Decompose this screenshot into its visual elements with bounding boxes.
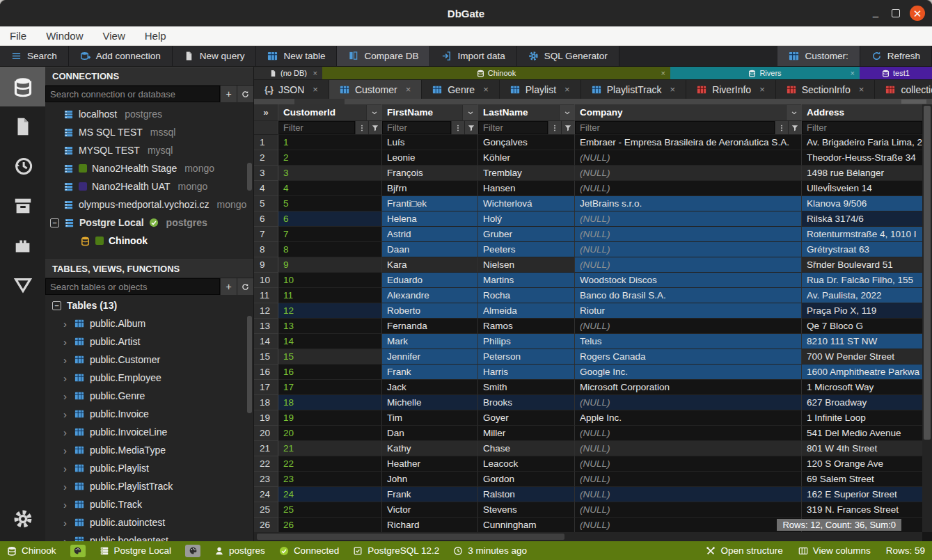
row-number[interactable]: 6	[254, 211, 278, 227]
filter-menu-button[interactable]	[355, 121, 368, 134]
connection-nano2health-stage[interactable]: Nano2Health Stagemongo	[45, 159, 253, 177]
cell-lastname[interactable]: Nielsen	[478, 257, 575, 273]
cell-customerid[interactable]: 26	[278, 518, 382, 532]
filter-menu-button[interactable]	[548, 121, 561, 134]
cell-lastname[interactable]: Holý	[478, 211, 575, 227]
chevron-right-icon[interactable]: ›	[63, 445, 69, 456]
close-tab-icon[interactable]: ×	[564, 84, 570, 95]
connection-localhost[interactable]: localhostpostgres	[45, 105, 253, 123]
cell-company[interactable]: (NULL)	[575, 257, 802, 273]
table-public-playlisttrack[interactable]: ›public.PlaylistTrack	[45, 477, 253, 495]
table-row[interactable]: 2424FrankRalston(NULL)162 E Superior Str…	[254, 487, 922, 502]
table-row[interactable]: 1515JenniferPetersonRogers Canada700 W P…	[254, 349, 922, 365]
status-postgres[interactable]: postgres	[214, 545, 265, 556]
table-public-customer[interactable]: ›public.Customer	[45, 351, 253, 369]
cell-customerid[interactable]: 1	[278, 135, 382, 150]
chevron-right-icon[interactable]: ›	[63, 318, 69, 330]
db-tab-chinook[interactable]: Chinook×	[322, 67, 670, 79]
cell-address[interactable]: 1 Infinite Loop	[802, 410, 922, 426]
row-number[interactable]: 15	[254, 349, 278, 365]
cell-firstname[interactable]: Michelle	[382, 395, 478, 410]
cell-firstname[interactable]: Astrid	[382, 227, 478, 242]
vertical-scrollbar-thumb[interactable]	[924, 106, 931, 440]
cell-firstname[interactable]: Eduardo	[382, 273, 478, 288]
cell-customerid[interactable]: 21	[278, 441, 382, 456]
cell-company[interactable]: Riotur	[575, 303, 802, 319]
db-tab-rivers[interactable]: Rivers×	[670, 67, 860, 79]
cell-address[interactable]: 319 N. Frances Street	[802, 502, 922, 518]
row-number[interactable]: 5	[254, 196, 278, 211]
cell-customerid[interactable]: 11	[278, 288, 382, 303]
toolbar-add-connection-button[interactable]: Add connection	[69, 46, 173, 66]
cell-lastname[interactable]: Miller	[478, 426, 575, 441]
cell-lastname[interactable]: Philips	[478, 334, 575, 349]
filter-menu-button[interactable]	[775, 121, 788, 134]
add-table-small-button[interactable]: +	[220, 278, 237, 295]
status-3-minutes-ago[interactable]: 3 minutes ago	[453, 545, 527, 556]
chevron-right-icon[interactable]: ›	[63, 499, 69, 511]
row-number[interactable]: 17	[254, 380, 278, 395]
table-public-employee[interactable]: ›public.Employee	[45, 369, 253, 387]
connection-postgre-local[interactable]: –Postgre Localpostgres	[45, 214, 253, 232]
cell-address[interactable]: 8210 111 ST NW	[802, 334, 922, 349]
table-row[interactable]: 99KaraNielsen(NULL)Sřnder Boulevard 51	[254, 257, 922, 273]
menu-file[interactable]: File	[10, 30, 26, 42]
cell-address[interactable]: Klanova 9/506	[802, 196, 922, 211]
toolbar-refresh-button[interactable]: Refresh	[860, 46, 932, 66]
cell-customerid[interactable]: 20	[278, 426, 382, 441]
cell-customerid[interactable]: 3	[278, 166, 382, 181]
row-number[interactable]: 9	[254, 257, 278, 273]
table-row[interactable]: 2020DanMiller(NULL)541 Del Medio Avenue	[254, 426, 922, 441]
row-number[interactable]: 2	[254, 150, 278, 166]
table-public-autoinctest[interactable]: ›public.autoinctest	[45, 513, 253, 531]
filter-input-customerid[interactable]	[278, 121, 355, 134]
table-public-genre[interactable]: ›public.Genre	[45, 387, 253, 405]
table-row[interactable]: 2323JohnGordon(NULL)69 Salem Street	[254, 472, 922, 487]
cell-company[interactable]: (NULL)	[575, 441, 802, 456]
table-public-booleantest[interactable]: ›public.booleantest	[45, 531, 253, 541]
toolbar-import-data-button[interactable]: Import data	[430, 46, 516, 66]
close-button[interactable]: ✕	[910, 6, 925, 21]
cell-address[interactable]: 627 Broadway	[802, 395, 922, 410]
status-connected[interactable]: Connected	[279, 545, 339, 556]
cell-company[interactable]: (NULL)	[575, 150, 802, 166]
cell-lastname[interactable]: Ramos	[478, 319, 575, 334]
cell-lastname[interactable]: Wichterlová	[478, 196, 575, 211]
cell-address[interactable]: Av. Brigadeiro Faria Lima, 2	[802, 135, 922, 150]
db-tab-test1[interactable]: test1	[860, 67, 932, 79]
row-number[interactable]: 23	[254, 472, 278, 487]
connection-nano2health-uat[interactable]: Nano2Health UATmongo	[45, 177, 253, 195]
column-header-customerid[interactable]: CustomerId	[278, 104, 382, 121]
cell-lastname[interactable]: Gonçalves	[478, 135, 575, 150]
close-tab-icon[interactable]: ×	[313, 84, 318, 95]
cell-lastname[interactable]: Brooks	[478, 395, 575, 410]
close-tab-icon[interactable]: ×	[859, 84, 864, 95]
cell-address[interactable]: Grétrystraat 63	[802, 242, 922, 257]
table-row[interactable]: 1616FrankHarrisGoogle Inc.1600 Amphithea…	[254, 365, 922, 380]
cell-company[interactable]: Rogers Canada	[575, 349, 802, 365]
tab-riverinfo[interactable]: RiverInfo×	[686, 80, 776, 99]
tab-sectioninfo[interactable]: SectionInfo×	[776, 80, 876, 99]
table-row[interactable]: 1313FernandaRamos(NULL)Qe 7 Bloco G	[254, 319, 922, 334]
connections-search-input[interactable]	[45, 86, 220, 102]
table-row[interactable]: 22LeonieKöhler(NULL)Theodor-Heuss-Straße…	[254, 150, 922, 166]
filter-funnel-button[interactable]	[561, 121, 574, 134]
cell-customerid[interactable]: 13	[278, 319, 382, 334]
status-rows-59[interactable]: Rows: 59	[886, 545, 925, 556]
table-row[interactable]: 88DaanPeeters(NULL)Grétrystraat 63	[254, 242, 922, 257]
cell-address[interactable]: Rua Dr. Falcăo Filho, 155	[802, 273, 922, 288]
chevron-right-icon[interactable]: ›	[63, 481, 69, 493]
filter-menu-button[interactable]	[451, 121, 464, 134]
filter-input-company[interactable]	[575, 121, 775, 134]
table-row[interactable]: 2525VictorStevens(NULL)319 N. Frances St…	[254, 502, 922, 518]
table-public-track[interactable]: ›public.Track	[45, 495, 253, 513]
cell-firstname[interactable]: Helena	[382, 211, 478, 227]
filter-funnel-button[interactable]	[788, 121, 801, 134]
cell-lastname[interactable]: Ralston	[478, 487, 575, 502]
cell-company[interactable]: Microsoft Corporation	[575, 380, 802, 395]
cell-company[interactable]: (NULL)	[575, 227, 802, 242]
filter-input-firstname[interactable]	[382, 121, 451, 134]
column-menu-chevron[interactable]	[786, 105, 801, 120]
table-row[interactable]: 11LuísGonçalvesEmbraer - Empresa Brasile…	[254, 135, 922, 150]
cell-customerid[interactable]: 4	[278, 181, 382, 196]
